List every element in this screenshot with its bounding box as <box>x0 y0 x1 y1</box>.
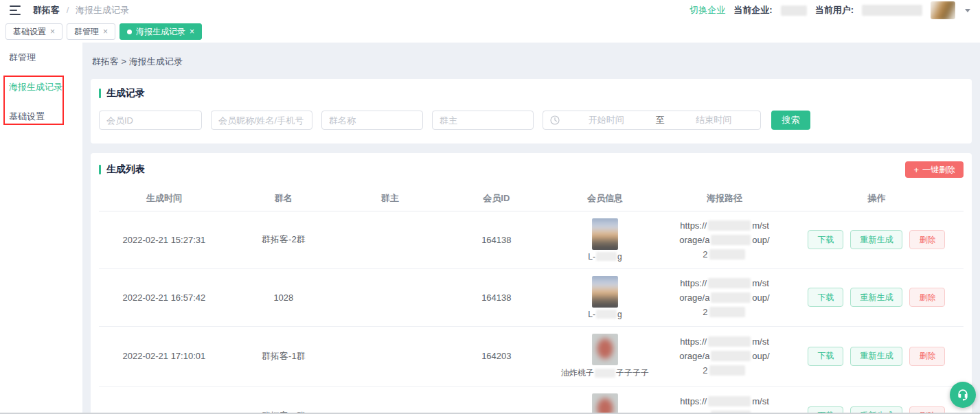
list-panel-title-text: 生成列表 <box>106 163 145 176</box>
customer-service-button[interactable] <box>950 382 976 408</box>
censored-text <box>596 310 617 319</box>
collapse-menu-icon[interactable] <box>10 5 22 15</box>
sidebar-item-3[interactable]: 基础设置 <box>0 102 82 131</box>
page-breadcrumb: 群拓客 > 海报生成记录 <box>92 56 972 68</box>
censored-text <box>709 365 745 376</box>
breadcrumb-root[interactable]: 群拓客 <box>33 5 60 15</box>
cell-generation-time: 2022-02-21 16:57:42 <box>99 268 229 326</box>
cell-member-id: 164203 <box>442 326 551 386</box>
member-id-input[interactable] <box>99 111 202 130</box>
table-row: 2022-02-21 17:10:01 群拓客-1群 164203 油炸桃子子子… <box>99 326 964 386</box>
delete-button[interactable]: 删除 <box>909 230 945 249</box>
main-content: 群拓客 > 海报生成记录 生成记录 开始时间 至 结束时间 <box>82 43 980 414</box>
cell-generation-time: 2022-02-21 17:10:56 <box>99 386 229 414</box>
cell-member-id: 164138 <box>442 268 551 326</box>
topbar-breadcrumb: 群拓客 / 海报生成记录 <box>33 4 129 16</box>
cell-group-owner <box>338 326 442 386</box>
delete-button[interactable]: 删除 <box>909 347 945 366</box>
download-button[interactable]: 下载 <box>808 288 843 307</box>
table-row: 2022-02-21 15:27:31 群拓客-2群 164138 L-g ht… <box>99 211 964 268</box>
censored-text <box>709 307 745 317</box>
current-user-label: 当前用户: <box>815 4 854 16</box>
close-icon[interactable]: × <box>190 27 194 36</box>
cell-generation-time: 2022-02-21 15:27:31 <box>99 211 229 268</box>
table-row: 2022-02-21 17:10:56 群拓客-3群 164203 油炸桃子子子… <box>99 386 964 414</box>
section-accent-bar <box>99 165 101 174</box>
group-owner-input[interactable] <box>432 111 534 130</box>
regenerate-button[interactable]: 重新生成 <box>850 347 902 366</box>
member-name: 油炸桃子子子子子 <box>561 367 649 379</box>
current-company-label: 当前企业: <box>733 4 772 16</box>
column-header: 会员信息 <box>551 186 659 211</box>
cell-member-id: 164203 <box>442 386 551 414</box>
censored-text <box>711 351 751 361</box>
search-panel-title: 生成记录 <box>99 87 964 100</box>
search-panel-title-text: 生成记录 <box>106 87 145 100</box>
list-panel-title: 生成列表 <box>99 163 145 176</box>
tab-label: 基础设置 <box>13 26 46 38</box>
date-start-placeholder[interactable]: 开始时间 <box>560 114 653 126</box>
censored-text <box>708 220 751 231</box>
member-name: L-g <box>588 252 622 262</box>
censored-text <box>708 336 751 347</box>
download-button[interactable]: 下载 <box>808 230 843 249</box>
poster-url: https://m/st orage/aoup/ 2 <box>662 276 787 319</box>
chevron-down-icon[interactable] <box>965 9 970 12</box>
cell-generation-time: 2022-02-21 17:10:01 <box>99 326 229 386</box>
cell-actions: 下载 重新生成 删除 <box>790 211 964 268</box>
poster-url: https://m/st orage/aoup/ 2 <box>662 394 787 414</box>
censored-text <box>709 249 745 260</box>
member-avatar <box>592 218 618 250</box>
sidebar-item-1[interactable]: 群管理 <box>0 43 82 72</box>
close-icon[interactable]: × <box>50 27 55 36</box>
censored-text <box>708 396 751 406</box>
search-panel: 生成记录 开始时间 至 结束时间 搜索 <box>91 79 972 143</box>
tab-2[interactable]: 群管理× <box>67 23 115 40</box>
cell-poster-path: https://m/st orage/aoup/ 2 <box>659 268 790 326</box>
switch-company-link[interactable]: 切换企业 <box>690 4 725 16</box>
poster-url: https://m/st orage/aoup/ 2 <box>662 218 787 262</box>
date-range-picker[interactable]: 开始时间 至 结束时间 <box>543 111 761 130</box>
table-header-row: 生成时间群名群主会员ID会员信息海报路径操作 <box>99 186 964 211</box>
date-range-separator: 至 <box>653 114 668 126</box>
cell-actions: 下载 重新生成 删除 <box>790 386 964 414</box>
table-row: 2022-02-21 16:57:42 1028 164138 L-g http… <box>99 268 964 326</box>
regenerate-button[interactable]: 重新生成 <box>850 288 902 307</box>
tab-1[interactable]: 基础设置× <box>5 23 62 40</box>
sidebar: 群管理海报生成记录基础设置 <box>0 43 82 414</box>
censored-text <box>711 292 751 303</box>
member-name-input[interactable] <box>211 111 312 130</box>
close-icon[interactable]: × <box>103 27 108 36</box>
date-end-placeholder[interactable]: 结束时间 <box>668 114 761 126</box>
tab-3[interactable]: 海报生成记录× <box>119 23 202 40</box>
tab-label: 群管理 <box>74 26 99 38</box>
cell-member-id: 164138 <box>442 211 551 268</box>
regenerate-button[interactable]: 重新生成 <box>850 230 902 249</box>
censored-text <box>708 278 751 288</box>
cell-actions: 下载 重新生成 删除 <box>790 268 964 326</box>
delete-button[interactable]: 删除 <box>909 288 945 307</box>
column-header: 海报路径 <box>659 186 790 211</box>
open-tabs-bar: 基础设置×群管理×海报生成记录× <box>0 21 980 43</box>
group-name-input[interactable] <box>321 111 423 130</box>
poster-url: https://m/st orage/aoup/ 2 <box>662 334 787 378</box>
cell-group-owner <box>338 268 442 326</box>
censored-text <box>595 369 615 378</box>
tab-label: 海报生成记录 <box>136 26 185 38</box>
generation-table: 生成时间群名群主会员ID会员信息海报路径操作 2022-02-21 15:27:… <box>99 186 964 414</box>
cell-group-name: 1028 <box>229 268 338 326</box>
plus-icon: + <box>913 165 919 175</box>
cell-group-owner <box>338 211 442 268</box>
breadcrumb-separator: / <box>67 5 69 15</box>
active-dot-icon <box>127 30 132 34</box>
bulk-delete-label: 一键删除 <box>922 164 955 176</box>
cell-group-name: 群拓客-1群 <box>229 326 338 386</box>
censored-text <box>711 235 751 245</box>
download-button[interactable]: 下载 <box>808 347 843 366</box>
sidebar-item-2[interactable]: 海报生成记录 <box>0 72 82 102</box>
cell-poster-path: https://m/st orage/aoup/ 2 <box>659 211 790 268</box>
bulk-delete-button[interactable]: + 一键删除 <box>905 161 964 178</box>
search-button[interactable]: 搜索 <box>771 111 810 130</box>
cell-group-name: 群拓客-2群 <box>229 211 338 268</box>
user-avatar[interactable] <box>931 1 955 19</box>
